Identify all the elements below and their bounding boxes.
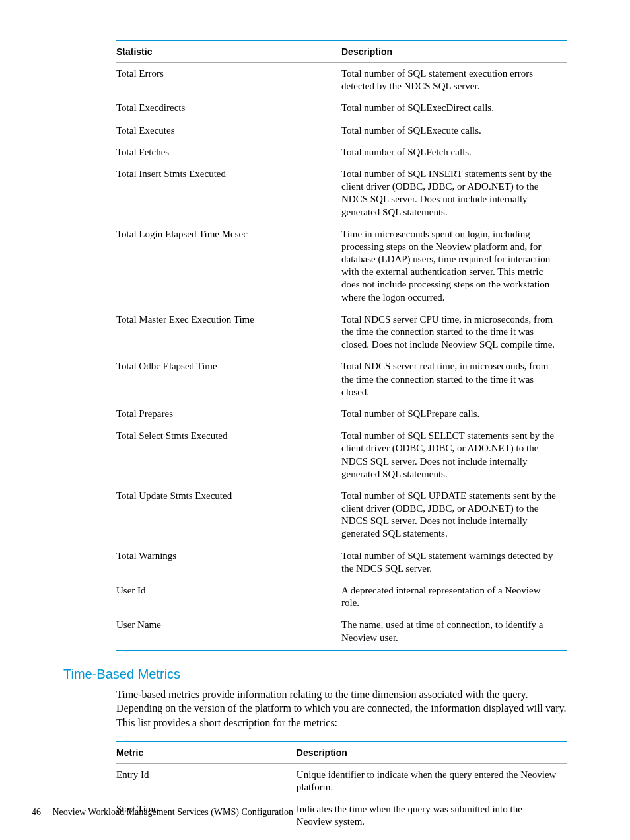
stat-desc: Total NDCS server real time, in microsec… [341,356,567,403]
table-row: Total ExecdirectsTotal number of SQLExec… [116,97,567,119]
section-paragraph: Time-based metrics provide information r… [116,687,567,730]
stat-name: Total Select Stmts Executed [116,425,341,485]
stat-name: Total Executes [116,120,341,141]
metric-desc: Indicates the time when the query comple… [297,833,567,840]
col-header-description: Description [341,40,567,63]
table-header-row: Metric Description [116,742,567,764]
metric-desc: Indicates the time when the query was su… [297,798,567,833]
stat-name: Total Fetches [116,141,341,163]
table-row: Total ExecutesTotal number of SQLExecute… [116,120,567,141]
table-row: End TimeIndicates the time when the quer… [116,833,567,840]
statistics-table: Statistic Description Total ErrorsTotal … [116,40,567,650]
metric-name: Entry Id [116,763,297,798]
table-header-row: Statistic Description [116,40,567,63]
table-row: Total PreparesTotal number of SQLPrepare… [116,403,567,425]
stat-desc: Time in microseconds spent on login, inc… [341,223,567,309]
page-footer: 46 Neoview Workload Management Services … [32,807,293,818]
table-row: Entry IdUnique identifier to indicate wh… [116,763,567,798]
table-row: Total Login Elapsed Time McsecTime in mi… [116,223,567,309]
table-row: Total ErrorsTotal number of SQL statemen… [116,63,567,98]
table-row: User NameThe name, used at time of conne… [116,614,567,649]
stat-desc: Total number of SQLExecDirect calls. [341,97,567,119]
table-row: Total FetchesTotal number of SQLFetch ca… [116,141,567,163]
stat-name: Total Login Elapsed Time Mcsec [116,223,341,309]
stat-name: Total Master Exec Execution Time [116,309,341,356]
section-heading-time-based-metrics: Time-Based Metrics [63,667,567,682]
stat-desc: Total number of SQL INSERT statements se… [341,163,567,223]
stat-name: Total Prepares [116,403,341,425]
stat-name: Total Warnings [116,545,341,580]
stat-desc: The name, used at time of connection, to… [341,614,567,649]
stat-name: Total Update Stmts Executed [116,485,341,545]
stat-desc: Total number of SQL UPDATE statements se… [341,485,567,545]
stat-name: User Name [116,614,341,649]
stat-name: Total Odbc Elapsed Time [116,356,341,403]
stat-name: User Id [116,580,341,614]
metric-name: End Time [116,833,297,840]
stat-desc: Total number of SQL statement execution … [341,63,567,98]
stat-name: Total Errors [116,63,341,98]
stat-desc: A deprecated internal representation of … [341,580,567,614]
metric-desc: Unique identifier to indicate when the q… [297,763,567,798]
metrics-table: Metric Description Entry IdUnique identi… [116,741,567,840]
table-row: Total WarningsTotal number of SQL statem… [116,545,567,580]
table-row: Total Select Stmts ExecutedTotal number … [116,425,567,485]
table-row: Total Update Stmts ExecutedTotal number … [116,485,567,545]
stat-desc: Total number of SQL SELECT statements se… [341,425,567,485]
stat-desc: Total number of SQLPrepare calls. [341,403,567,425]
page-number: 46 [32,807,50,818]
table-row: Total Odbc Elapsed TimeTotal NDCS server… [116,356,567,403]
stat-desc: Total number of SQLFetch calls. [341,141,567,163]
stat-name: Total Insert Stmts Executed [116,163,341,223]
stat-name: Total Execdirects [116,97,341,119]
table-bottom-rule [116,650,567,651]
table-row: Total Master Exec Execution TimeTotal ND… [116,309,567,356]
stat-desc: Total NDCS server CPU time, in microseco… [341,309,567,356]
table-row: Total Insert Stmts ExecutedTotal number … [116,163,567,223]
col-header-description: Description [297,742,567,764]
stat-desc: Total number of SQLExecute calls. [341,120,567,141]
stat-desc: Total number of SQL statement warnings d… [341,545,567,580]
col-header-statistic: Statistic [116,40,341,63]
col-header-metric: Metric [116,742,297,764]
table-row: User IdA deprecated internal representat… [116,580,567,614]
footer-title: Neoview Workload Management Services (WM… [53,807,293,817]
